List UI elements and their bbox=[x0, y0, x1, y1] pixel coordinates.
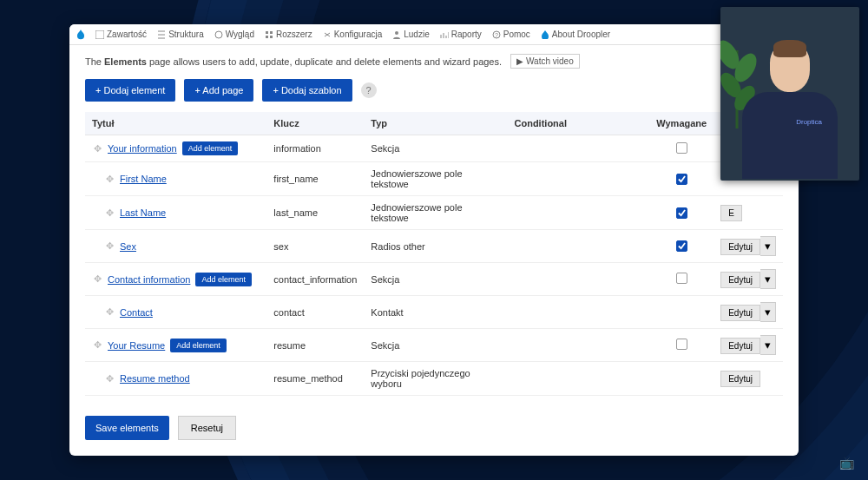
row-conditional: Widoczny; Włączone; Wymagane bbox=[508, 396, 650, 404]
toolbar-item-people[interactable]: Ludzie bbox=[387, 28, 434, 41]
toolbar-item-content[interactable]: Zawartość bbox=[90, 28, 152, 41]
row-required bbox=[649, 230, 713, 263]
row-title-link[interactable]: Resume method bbox=[120, 373, 190, 384]
row-conditional bbox=[508, 296, 650, 329]
inline-add-element-button[interactable]: Add element bbox=[182, 141, 239, 155]
help-icon: ? bbox=[492, 30, 501, 39]
person-avatar: Droptica bbox=[742, 33, 838, 181]
ops-dropdown-button[interactable]: ▾ bbox=[760, 335, 776, 355]
add-page-button[interactable]: + Add page bbox=[184, 79, 253, 102]
inline-add-element-button[interactable]: Add element bbox=[170, 339, 227, 352]
drupal-logo-icon[interactable] bbox=[73, 27, 89, 43]
admin-panel: ZawartośćStrukturaWyglądRozszerzKonfigur… bbox=[69, 24, 799, 456]
row-required bbox=[649, 263, 713, 296]
form-footer: Save elements Resetuj bbox=[69, 404, 799, 456]
row-key: sex bbox=[266, 230, 364, 263]
save-elements-button[interactable]: Save elements bbox=[85, 416, 169, 440]
edit-button[interactable]: Edytuj bbox=[720, 371, 760, 387]
toolbar-item-config[interactable]: Konfiguracja bbox=[318, 28, 388, 41]
drag-handle-icon[interactable]: ✥ bbox=[92, 273, 102, 285]
table-row: ✥SexsexRadios otherEdytuj▾ bbox=[85, 230, 783, 263]
svg-rect-5 bbox=[270, 36, 273, 38]
row-key: resume_file bbox=[266, 396, 364, 404]
reset-button[interactable]: Resetuj bbox=[178, 416, 236, 440]
drag-handle-icon[interactable]: ✥ bbox=[92, 143, 102, 155]
row-title-link[interactable]: Sex bbox=[120, 241, 136, 252]
required-checkbox[interactable] bbox=[676, 240, 687, 252]
row-title-link[interactable]: Contact information bbox=[108, 274, 190, 285]
row-operations: Edytuj bbox=[713, 362, 783, 396]
intro-strong: Elements bbox=[104, 56, 147, 67]
row-conditional bbox=[508, 362, 650, 396]
row-operations: Edytuj▾ bbox=[713, 296, 783, 329]
row-key: first_name bbox=[266, 162, 364, 196]
add-template-button[interactable]: + Dodaj szablon bbox=[262, 79, 352, 102]
table-row: ✥ContactcontactKontaktEdytuj▾ bbox=[85, 296, 783, 329]
ops-dropdown-button[interactable]: ▾ bbox=[760, 269, 776, 289]
required-checkbox[interactable] bbox=[676, 142, 687, 154]
row-type: Kontakt bbox=[364, 296, 507, 329]
toolbar-item-help[interactable]: ?Pomoc bbox=[487, 28, 536, 41]
edit-button[interactable]: Edytuj bbox=[720, 305, 760, 321]
table-row: ✥Resume methodresume_methodPrzyciski poj… bbox=[85, 362, 783, 396]
help-icon[interactable]: ? bbox=[361, 82, 377, 98]
row-required bbox=[649, 162, 713, 196]
actions-row: + Dodaj element + Add page + Dodaj szabl… bbox=[69, 74, 799, 112]
edit-button[interactable]: Edytuj bbox=[720, 272, 760, 288]
drag-handle-icon[interactable]: ✥ bbox=[104, 207, 115, 219]
toolbar-item-appearance[interactable]: Wygląd bbox=[209, 28, 260, 41]
table-row: ✥Your Resume Add elementresumeSekcjaEdyt… bbox=[85, 329, 783, 362]
row-required bbox=[649, 196, 713, 230]
row-conditional bbox=[508, 263, 650, 296]
toolbar-item-extend[interactable]: Rozszerz bbox=[260, 28, 318, 41]
watch-video-button[interactable]: ▶ Watch video bbox=[510, 54, 580, 69]
drag-handle-icon[interactable]: ✥ bbox=[104, 373, 115, 385]
row-required bbox=[649, 296, 713, 329]
row-type: Jednowierszowe pole tekstowe bbox=[364, 162, 507, 196]
row-title-link[interactable]: Your Resume bbox=[108, 340, 165, 351]
add-element-button[interactable]: + Dodaj element bbox=[85, 79, 175, 102]
toolbar-item-reports[interactable]: Raporty bbox=[435, 28, 487, 41]
required-checkbox[interactable] bbox=[676, 273, 687, 284]
row-type: Plik bbox=[364, 396, 507, 404]
row-type: Przyciski pojedynczego wyboru bbox=[364, 362, 507, 396]
ops-dropdown-button[interactable]: ▾ bbox=[760, 236, 776, 256]
row-required bbox=[649, 329, 713, 362]
required-checkbox[interactable] bbox=[676, 339, 687, 350]
row-title-link[interactable]: Your information bbox=[108, 143, 177, 154]
col-title: Tytuł bbox=[85, 112, 266, 135]
drag-handle-icon[interactable]: ✥ bbox=[92, 339, 102, 351]
edit-button[interactable]: Edytuj bbox=[720, 338, 760, 354]
row-key: resume_method bbox=[266, 362, 364, 396]
elements-table: Tytuł Klucz Typ Conditional Wymagane Op … bbox=[85, 112, 783, 404]
people-icon bbox=[392, 30, 401, 39]
drag-handle-icon[interactable]: ✥ bbox=[104, 174, 115, 185]
edit-button[interactable]: E bbox=[720, 205, 742, 221]
ops-dropdown-button[interactable]: ▾ bbox=[760, 302, 776, 322]
table-row: ✥Last Namelast_nameJednowierszowe pole t… bbox=[85, 196, 783, 230]
required-checkbox[interactable] bbox=[676, 174, 687, 185]
drag-handle-icon[interactable]: ✥ bbox=[104, 306, 115, 318]
inline-add-element-button[interactable]: Add element bbox=[195, 273, 252, 286]
row-title-link[interactable]: Last Name bbox=[120, 207, 166, 218]
row-type: Sekcja bbox=[364, 263, 507, 296]
toolbar-item-label: Pomoc bbox=[503, 30, 530, 39]
toolbar-item-about[interactable]: About Droopler bbox=[536, 28, 615, 41]
table-row: ✥Contact information Add elementcontact_… bbox=[85, 263, 783, 296]
watch-video-label: Watch video bbox=[526, 56, 574, 66]
row-key: contact bbox=[266, 296, 364, 329]
svg-point-1 bbox=[215, 31, 222, 38]
camera-icon[interactable]: 📺 bbox=[839, 456, 854, 470]
toolbar-item-label: Konfiguracja bbox=[334, 30, 383, 39]
required-checkbox[interactable] bbox=[676, 207, 687, 219]
toolbar-item-structure[interactable]: Struktura bbox=[152, 28, 209, 41]
toolbar-item-label: Raporty bbox=[451, 30, 482, 39]
edit-button[interactable]: Edytuj bbox=[720, 239, 760, 255]
row-type: Sekcja bbox=[364, 329, 507, 362]
row-title-link[interactable]: First Name bbox=[120, 174, 167, 184]
intro-rest: page allows users to add, update, duplic… bbox=[147, 56, 502, 67]
drag-handle-icon[interactable]: ✥ bbox=[104, 240, 115, 252]
row-conditional bbox=[508, 162, 650, 196]
row-title-link[interactable]: Contact bbox=[120, 307, 153, 318]
row-operations: Edytuj bbox=[713, 396, 783, 404]
